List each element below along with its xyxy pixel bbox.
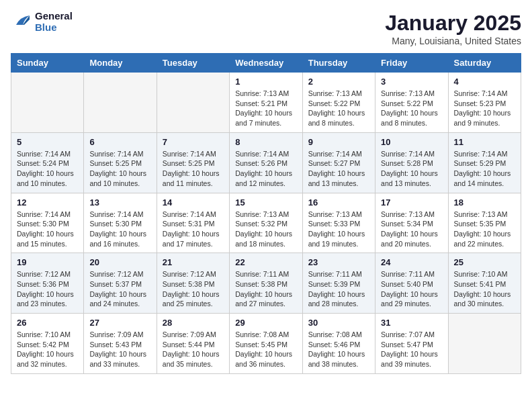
calendar-cell [11,73,84,133]
day-number: 1 [235,77,296,87]
calendar-week-row: 1Sunrise: 7:13 AMSunset: 5:21 PMDaylight… [11,73,521,133]
calendar-cell: 10Sunrise: 7:14 AMSunset: 5:28 PMDayligh… [375,132,448,193]
day-number: 5 [17,137,78,147]
calendar-cell: 13Sunrise: 7:14 AMSunset: 5:30 PMDayligh… [84,193,157,253]
column-header-wednesday: Wednesday [230,54,302,73]
day-number: 22 [235,257,296,267]
day-info: Sunrise: 7:14 AMSunset: 5:30 PMDaylight:… [17,210,78,249]
day-number: 6 [89,137,150,147]
day-info: Sunrise: 7:13 AMSunset: 5:34 PMDaylight:… [381,210,442,249]
calendar-cell: 9Sunrise: 7:14 AMSunset: 5:27 PMDaylight… [302,132,375,193]
calendar-cell: 6Sunrise: 7:14 AMSunset: 5:25 PMDaylight… [84,132,157,193]
calendar-cell: 30Sunrise: 7:08 AMSunset: 5:46 PMDayligh… [302,314,375,374]
calendar-week-row: 19Sunrise: 7:12 AMSunset: 5:36 PMDayligh… [11,253,521,314]
calendar-cell [157,73,229,133]
day-info: Sunrise: 7:09 AMSunset: 5:44 PMDaylight:… [163,330,224,369]
calendar-cell: 18Sunrise: 7:13 AMSunset: 5:35 PMDayligh… [448,193,521,253]
day-number: 17 [381,197,442,208]
calendar-cell: 28Sunrise: 7:09 AMSunset: 5:44 PMDayligh… [157,314,229,374]
calendar-week-row: 26Sunrise: 7:10 AMSunset: 5:42 PMDayligh… [11,314,521,374]
calendar-cell: 22Sunrise: 7:11 AMSunset: 5:38 PMDayligh… [230,253,302,314]
column-header-monday: Monday [84,54,157,73]
calendar-cell: 23Sunrise: 7:11 AMSunset: 5:39 PMDayligh… [302,253,375,314]
day-number: 20 [89,257,150,267]
calendar-title: January 2025 [385,11,521,36]
day-number: 14 [163,197,224,208]
logo-text-general: General [35,11,73,22]
calendar-cell: 27Sunrise: 7:09 AMSunset: 5:43 PMDayligh… [84,314,157,374]
day-info: Sunrise: 7:12 AMSunset: 5:38 PMDaylight:… [163,269,224,309]
calendar-cell: 14Sunrise: 7:14 AMSunset: 5:31 PMDayligh… [157,193,229,253]
calendar-cell: 4Sunrise: 7:14 AMSunset: 5:23 PMDaylight… [448,73,521,133]
logo-bird-icon [11,11,32,33]
day-number: 25 [454,257,515,267]
calendar-cell: 20Sunrise: 7:12 AMSunset: 5:37 PMDayligh… [84,253,157,314]
logo: General Blue [11,11,73,33]
day-number: 19 [17,257,78,267]
title-area: January 2025 Many, Louisiana, United Sta… [385,11,521,46]
day-info: Sunrise: 7:14 AMSunset: 5:25 PMDaylight:… [89,149,150,189]
calendar-cell: 29Sunrise: 7:08 AMSunset: 5:45 PMDayligh… [230,314,302,374]
calendar-cell: 24Sunrise: 7:11 AMSunset: 5:40 PMDayligh… [375,253,448,314]
day-info: Sunrise: 7:14 AMSunset: 5:29 PMDaylight:… [454,149,515,189]
calendar-cell: 1Sunrise: 7:13 AMSunset: 5:21 PMDaylight… [230,73,302,133]
column-header-tuesday: Tuesday [157,54,229,73]
day-number: 28 [163,318,224,328]
calendar-cell: 21Sunrise: 7:12 AMSunset: 5:38 PMDayligh… [157,253,229,314]
day-info: Sunrise: 7:14 AMSunset: 5:27 PMDaylight:… [308,149,369,189]
day-number: 10 [381,137,442,147]
day-info: Sunrise: 7:14 AMSunset: 5:31 PMDaylight:… [163,210,224,249]
day-info: Sunrise: 7:14 AMSunset: 5:28 PMDaylight:… [381,149,442,189]
column-header-sunday: Sunday [11,54,84,73]
day-info: Sunrise: 7:13 AMSunset: 5:32 PMDaylight:… [235,210,296,249]
day-number: 8 [235,137,296,147]
column-header-friday: Friday [375,54,448,73]
day-info: Sunrise: 7:14 AMSunset: 5:26 PMDaylight:… [235,149,296,189]
day-info: Sunrise: 7:07 AMSunset: 5:47 PMDaylight:… [381,330,442,369]
day-info: Sunrise: 7:11 AMSunset: 5:39 PMDaylight:… [308,269,369,309]
day-number: 21 [163,257,224,267]
calendar-cell: 11Sunrise: 7:14 AMSunset: 5:29 PMDayligh… [448,132,521,193]
calendar-header-row: SundayMondayTuesdayWednesdayThursdayFrid… [11,54,521,73]
day-number: 26 [17,318,78,328]
day-info: Sunrise: 7:14 AMSunset: 5:30 PMDaylight:… [89,210,150,249]
calendar-cell: 3Sunrise: 7:13 AMSunset: 5:22 PMDaylight… [375,73,448,133]
day-number: 29 [235,318,296,328]
day-number: 30 [308,318,369,328]
calendar-table: SundayMondayTuesdayWednesdayThursdayFrid… [11,53,521,374]
day-number: 2 [308,77,369,87]
calendar-subtitle: Many, Louisiana, United States [385,36,521,46]
column-header-saturday: Saturday [448,54,521,73]
day-info: Sunrise: 7:12 AMSunset: 5:36 PMDaylight:… [17,269,78,309]
calendar-cell: 8Sunrise: 7:14 AMSunset: 5:26 PMDaylight… [230,132,302,193]
calendar-week-row: 5Sunrise: 7:14 AMSunset: 5:24 PMDaylight… [11,132,521,193]
day-info: Sunrise: 7:13 AMSunset: 5:35 PMDaylight:… [454,210,515,249]
day-info: Sunrise: 7:10 AMSunset: 5:41 PMDaylight:… [454,269,515,309]
column-header-thursday: Thursday [302,54,375,73]
calendar-cell: 25Sunrise: 7:10 AMSunset: 5:41 PMDayligh… [448,253,521,314]
day-info: Sunrise: 7:08 AMSunset: 5:46 PMDaylight:… [308,330,369,369]
day-number: 9 [308,137,369,147]
calendar-week-row: 12Sunrise: 7:14 AMSunset: 5:30 PMDayligh… [11,193,521,253]
calendar-cell: 17Sunrise: 7:13 AMSunset: 5:34 PMDayligh… [375,193,448,253]
calendar-cell: 19Sunrise: 7:12 AMSunset: 5:36 PMDayligh… [11,253,84,314]
day-info: Sunrise: 7:11 AMSunset: 5:40 PMDaylight:… [381,269,442,309]
calendar-cell: 26Sunrise: 7:10 AMSunset: 5:42 PMDayligh… [11,314,84,374]
day-info: Sunrise: 7:13 AMSunset: 5:33 PMDaylight:… [308,210,369,249]
calendar-cell: 5Sunrise: 7:14 AMSunset: 5:24 PMDaylight… [11,132,84,193]
day-number: 7 [163,137,224,147]
day-number: 18 [454,197,515,208]
calendar-cell: 2Sunrise: 7:13 AMSunset: 5:22 PMDaylight… [302,73,375,133]
day-number: 13 [89,197,150,208]
day-info: Sunrise: 7:09 AMSunset: 5:43 PMDaylight:… [89,330,150,369]
day-number: 27 [89,318,150,328]
calendar-cell: 12Sunrise: 7:14 AMSunset: 5:30 PMDayligh… [11,193,84,253]
day-info: Sunrise: 7:10 AMSunset: 5:42 PMDaylight:… [17,330,78,369]
day-number: 11 [454,137,515,147]
page-header: General Blue January 2025 Many, Louisian… [11,11,521,46]
logo-text-blue: Blue [35,22,73,34]
day-info: Sunrise: 7:12 AMSunset: 5:37 PMDaylight:… [89,269,150,309]
day-number: 23 [308,257,369,267]
day-info: Sunrise: 7:14 AMSunset: 5:23 PMDaylight:… [454,89,515,128]
day-number: 15 [235,197,296,208]
